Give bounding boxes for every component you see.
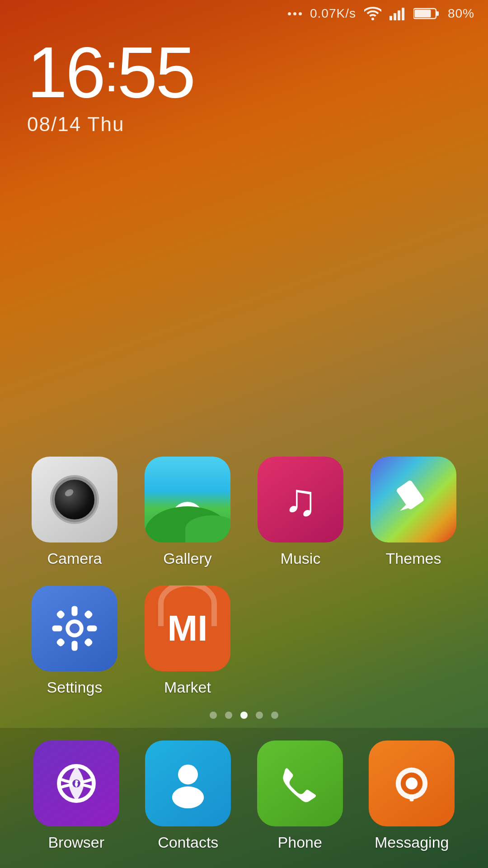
messaging-label: Messaging <box>375 834 449 851</box>
svg-rect-0 <box>389 16 392 20</box>
music-label: Music <box>281 550 321 567</box>
svg-rect-15 <box>56 609 66 619</box>
app-music[interactable]: ♫ Music <box>249 457 352 567</box>
app-camera[interactable]: Camera <box>23 457 127 567</box>
browser-label: Browser <box>48 834 104 851</box>
dot2 <box>293 12 296 15</box>
svg-rect-3 <box>402 8 404 20</box>
contacts-label: Contacts <box>158 834 218 851</box>
themes-label: Themes <box>386 550 441 567</box>
music-icon-bg: ♫ <box>258 457 343 542</box>
svg-rect-1 <box>394 13 396 20</box>
app-themes[interactable]: Themes <box>361 457 465 567</box>
svg-rect-26 <box>410 794 414 801</box>
page-dot-3[interactable] <box>240 712 248 719</box>
settings-icon-bg <box>32 585 117 671</box>
network-speed: 0.07K/s <box>310 6 356 21</box>
camera-lens <box>52 477 97 522</box>
contacts-icon-bg <box>145 741 231 826</box>
svg-rect-6 <box>414 10 431 18</box>
clock-colon: : <box>104 45 117 99</box>
svg-rect-2 <box>398 10 400 20</box>
clock-minute: 55 <box>117 32 194 113</box>
signal-icon <box>389 7 405 20</box>
gear-icon <box>50 604 99 653</box>
svg-point-10 <box>70 623 80 633</box>
page-dot-5[interactable] <box>271 712 278 719</box>
message-bubble-icon <box>387 759 436 808</box>
phone-handset-icon <box>275 759 325 808</box>
svg-rect-12 <box>71 641 77 651</box>
app-market[interactable]: MI Market <box>136 585 239 696</box>
mi-logo: MI <box>168 608 208 649</box>
svg-point-25 <box>406 777 418 789</box>
svg-point-21 <box>178 764 198 784</box>
svg-rect-11 <box>71 606 77 616</box>
themes-brush-icon <box>391 477 436 522</box>
svg-rect-5 <box>436 11 439 16</box>
battery-percent: 80% <box>448 6 474 21</box>
status-bar: 0.07K/s 80% <box>0 0 488 27</box>
dock: Browser Contacts Phone <box>0 728 488 868</box>
svg-rect-16 <box>84 609 94 619</box>
gallery-icon-bg <box>145 457 230 542</box>
page-indicator <box>0 712 488 719</box>
gallery-label: Gallery <box>163 550 212 567</box>
messaging-icon-bg <box>369 741 455 826</box>
clock-date: 08/14 Thu <box>27 113 194 136</box>
wifi-icon <box>364 7 381 20</box>
svg-point-22 <box>172 786 204 808</box>
dock-messaging[interactable]: Messaging <box>358 741 466 851</box>
phone-icon-bg <box>257 741 343 826</box>
clock-hour: 16 <box>27 32 104 113</box>
battery-icon <box>413 7 440 20</box>
svg-rect-17 <box>56 637 66 647</box>
dock-phone[interactable]: Phone <box>246 741 354 851</box>
svg-rect-7 <box>396 480 425 510</box>
browser-icon <box>52 759 101 808</box>
contacts-person-icon <box>163 759 213 808</box>
camera-label: Camera <box>47 550 102 567</box>
status-dots <box>288 12 302 15</box>
dock-contacts[interactable]: Contacts <box>135 741 242 851</box>
gallery-hill2 <box>185 515 230 542</box>
themes-icon-bg <box>371 457 456 542</box>
clock-time: 16:55 <box>27 36 194 108</box>
market-label: Market <box>164 679 211 696</box>
svg-rect-13 <box>52 625 62 631</box>
app-settings[interactable]: Settings <box>23 585 127 696</box>
app-grid: Camera Gallery ♫ Music Themes <box>0 457 488 696</box>
page-dot-1[interactable] <box>210 712 217 719</box>
clock-widget: 16:55 08/14 Thu <box>27 36 194 136</box>
browser-icon-bg <box>33 741 119 826</box>
camera-icon-bg <box>32 457 117 542</box>
dock-browser[interactable]: Browser <box>23 741 130 851</box>
page-dot-2[interactable] <box>225 712 232 719</box>
music-note-icon: ♫ <box>284 477 318 522</box>
settings-label: Settings <box>47 679 103 696</box>
svg-rect-14 <box>87 625 97 631</box>
app-gallery[interactable]: Gallery <box>136 457 239 567</box>
phone-label: Phone <box>278 834 322 851</box>
dot1 <box>288 12 291 15</box>
dot3 <box>299 12 302 15</box>
page-dot-4[interactable] <box>256 712 263 719</box>
market-icon-bg: MI <box>145 585 230 671</box>
svg-rect-18 <box>84 637 94 647</box>
